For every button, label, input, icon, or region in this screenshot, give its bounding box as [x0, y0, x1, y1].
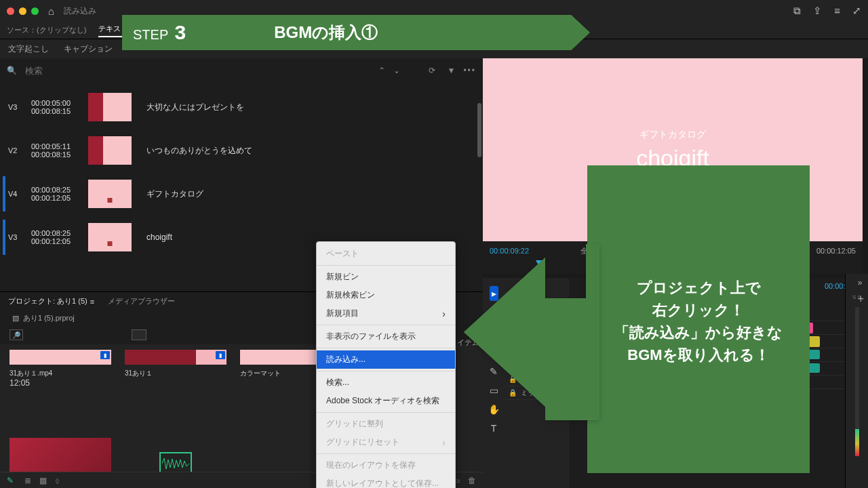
callout-box: プロジェクト上で 右クリック！ 「読み込み」から好きな BGMを取り入れる！ — [587, 165, 810, 473]
menu-item-align-grid: グリッドに整列 — [317, 415, 455, 433]
menu-item-find[interactable]: 検索... — [317, 373, 455, 392]
badge-icon: ▮ — [216, 351, 225, 359]
timeline-side-controls: » + — [858, 278, 864, 305]
home-icon[interactable]: ⌂ — [48, 5, 54, 17]
duration: 00:00:12:05 — [816, 247, 856, 255]
list-item[interactable]: V2 00:00:05:1100:00:08:15 いつものありがとうを込めて — [0, 129, 483, 172]
menu-item-save-layout-as: 新しいレイアウトとして保存... — [317, 474, 455, 488]
trash-icon[interactable]: 🗑 — [468, 476, 476, 485]
chevron-down-icon[interactable]: ⌄ — [393, 66, 400, 75]
chevrons-icon[interactable]: » — [858, 278, 864, 287]
badge-icon: ▮ — [100, 351, 110, 359]
source-tab[interactable]: ソース：(クリップなし) — [7, 25, 86, 35]
search-icon[interactable]: 🔍 — [7, 66, 17, 75]
fullscreen-icon[interactable]: ⤢ — [852, 5, 861, 17]
list-item[interactable]: V4 00:00:08:2500:00:12:05 ギフトカタログ — [0, 172, 483, 216]
search-bar: 🔍 ⌃ ⌄ ⟳ ▼ ••• — [0, 58, 483, 83]
context-menu: ペースト 新規ビン 新規検索ビン 新規項目 非表示のファイルを表示 読み込み..… — [316, 241, 456, 488]
list-item[interactable]: V3 00:00:05:0000:00:08:15 大切な人にはプレゼントを — [0, 85, 483, 129]
maximize-icon[interactable] — [31, 7, 39, 15]
close-icon[interactable] — [7, 7, 14, 15]
minimize-icon[interactable] — [19, 7, 26, 15]
chevron-up-icon[interactable]: ⌃ — [378, 66, 385, 75]
media-browser-tab[interactable]: メディアブラウザー — [108, 296, 175, 306]
titlebar-right: ⧉ ⇪ ≡ ⤢ — [793, 5, 861, 17]
callout-text: プロジェクト上で 右クリック！ 「読み込み」から好きな BGMを取り入れる！ — [614, 277, 783, 366]
project-icon: ▧ — [12, 314, 19, 323]
menu-item-show-hidden[interactable]: 非表示のファイルを表示 — [317, 327, 455, 346]
thumbnail — [88, 223, 132, 251]
plus-icon[interactable]: + — [858, 293, 864, 305]
step-title: BGMの挿入① — [274, 22, 378, 43]
arrow-icon — [464, 244, 599, 422]
menu-item-reset-grid: グリッドにリセット — [317, 433, 455, 451]
hamburger-icon[interactable]: ≡ — [834, 5, 840, 17]
menu-item-new-search-bin[interactable]: 新規検索ビン — [317, 286, 455, 304]
thumbnail: ▮ — [9, 350, 111, 365]
type-tool-icon[interactable]: T — [491, 423, 497, 434]
search-input[interactable] — [25, 66, 370, 76]
freeform-icon[interactable]: ▦ — [39, 476, 47, 485]
app-title: 読み込み — [64, 5, 96, 17]
project-tab[interactable]: プロジェクト: あり1 (5) ≡ — [8, 296, 94, 306]
menu-item-new-item[interactable]: 新規項目 — [317, 304, 455, 323]
bin-item[interactable]: ▮ 31あり１ — [125, 350, 226, 378]
caption-text: 大切な人にはプレゼントを — [146, 102, 244, 113]
track-label: V2 — [8, 146, 23, 155]
list-icon[interactable]: ≣ — [24, 476, 31, 485]
newwindow-icon[interactable]: ⧉ — [793, 5, 801, 17]
menu-item-paste: ペースト — [317, 245, 455, 263]
caption-text: choigift — [146, 232, 172, 242]
thumbnail — [88, 136, 132, 165]
bin-item[interactable]: ▮ 31あり１.mp4 12:05 — [9, 350, 111, 390]
window-controls — [7, 7, 39, 15]
menu-item-adobe-stock[interactable]: Adobe Stock オーディオを検索 — [317, 392, 455, 410]
track-label: V3 — [8, 233, 23, 241]
filter-icon[interactable]: ▼ — [448, 66, 456, 75]
track-label: V4 — [8, 190, 23, 198]
menu-item-new-bin[interactable]: 新規ビン — [317, 268, 455, 286]
caption-text: いつものありがとうを込めて — [146, 145, 252, 157]
caption-tab[interactable]: キャプション — [64, 43, 113, 55]
thumbnail — [88, 93, 132, 121]
caption-text: ギフトカタログ — [146, 188, 203, 200]
thumbnail — [88, 180, 132, 208]
monitor-subtitle: ギフトカタログ — [639, 129, 706, 141]
track-label: V3 — [8, 103, 23, 111]
search-input[interactable]: 🔎 — [9, 329, 23, 340]
menu-item-import[interactable]: 読み込み... — [317, 350, 455, 369]
menu-item-save-layout: 現在のレイアウトを保存 — [317, 456, 455, 474]
thumbnail: ▮ — [125, 350, 226, 365]
audio-meter: S S — [845, 274, 868, 488]
step-label: STEP 3 — [133, 21, 186, 44]
share-icon[interactable]: ⇪ — [813, 5, 822, 17]
level-meter — [855, 307, 859, 456]
refresh-icon[interactable]: ⟳ — [429, 66, 435, 75]
view-icon[interactable] — [132, 329, 146, 340]
sort-icon[interactable]: ⎀ — [55, 476, 60, 485]
transcribe-tab[interactable]: 文字起こし — [8, 43, 49, 55]
pen-icon[interactable]: ✎ — [7, 476, 16, 485]
step-banner: STEP 3 BGMの挿入① — [122, 15, 590, 50]
more-icon[interactable]: ••• — [463, 66, 476, 75]
